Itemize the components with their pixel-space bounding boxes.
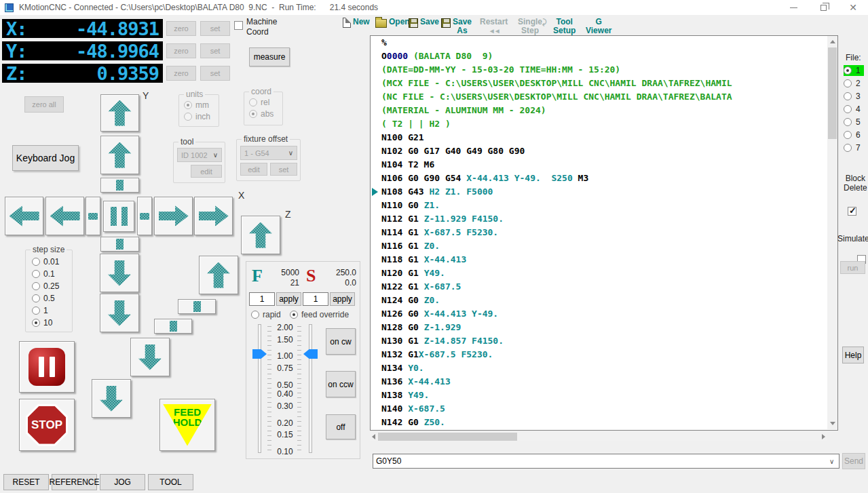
jog-x-plus-step-button[interactable] [137, 197, 152, 235]
jog-x-minus-fast-button[interactable] [5, 197, 43, 235]
reset-button[interactable]: RESET [3, 474, 49, 490]
keyboard-jog-button[interactable]: Keyboard Jog [12, 145, 79, 171]
jog-y-minus-button[interactable] [100, 254, 139, 292]
set-z-button[interactable]: set [200, 66, 230, 81]
feed-override-input[interactable] [249, 292, 275, 306]
gcode-line[interactable]: N110 G0 Z1. [371, 199, 837, 212]
help-button[interactable]: Help [842, 347, 864, 363]
units-mm-radio[interactable] [184, 101, 192, 109]
speed-override-input[interactable] [303, 292, 328, 306]
save-button[interactable]: Save [409, 18, 439, 28]
set-y-button[interactable]: set [200, 43, 230, 58]
tool-setup-button[interactable]: Tool Setup [553, 18, 575, 35]
jog-x-plus-fast-button[interactable] [194, 197, 233, 235]
minimize-button[interactable] [778, 0, 808, 15]
gcode-line[interactable]: N140 X-687.5 [371, 402, 837, 416]
g-viewer-button[interactable]: G Viewer [586, 18, 611, 35]
single-step-button[interactable]: Single Step ⤸ [518, 18, 547, 35]
reference-button[interactable]: REFERENCE [52, 474, 97, 490]
file-radio-2[interactable] [844, 79, 852, 87]
gcode-line[interactable]: N138 Y49. [371, 389, 837, 402]
gcode-line[interactable]: N136 X-44.413 [371, 375, 837, 389]
gcode-vscrollbar[interactable] [827, 36, 837, 429]
jog-z-minus-button[interactable] [130, 338, 170, 376]
gcode-line[interactable]: (MATERIAL - ALUMINUM MM - 2024) [371, 104, 837, 117]
jog-y-minus-step-button[interactable] [100, 237, 139, 252]
gcode-line[interactable]: N106 G0 G90 G54 X-44.413 Y-49. S250 M3 [371, 172, 837, 185]
gcode-hscroll-thumb[interactable] [378, 433, 517, 441]
spindle-on-ccw-button[interactable]: on ccw [326, 371, 356, 397]
step-size-radio-0.01[interactable] [32, 258, 40, 266]
step-size-radio-0.25[interactable] [32, 282, 40, 290]
jog-y-minus-fast-button[interactable] [100, 294, 139, 332]
mdi-command-input[interactable] [373, 454, 839, 469]
speed-slider-thumb[interactable] [303, 349, 318, 359]
gcode-hscrollbar[interactable] [370, 432, 827, 441]
units-inch-radio[interactable] [184, 113, 192, 121]
jog-button[interactable]: JOG [100, 474, 145, 490]
gcode-line[interactable]: N142 G0 Z50. [371, 416, 837, 429]
scroll-up-icon[interactable] [830, 40, 835, 43]
scroll-right-icon[interactable] [822, 434, 825, 439]
gcode-line[interactable]: N124 G0 Z0. [371, 294, 837, 307]
file-radio-row-5[interactable]: 5 [844, 117, 864, 127]
run-button[interactable]: run [840, 261, 865, 274]
gcode-editor[interactable]: %O0000 (BALATA D80 9)(DATE=DD-MM-YY - 15… [370, 35, 838, 431]
jog-y-plus-step-button[interactable] [100, 178, 139, 193]
gcode-line[interactable]: N114 G1 X-687.5 F5230. [371, 226, 837, 239]
coord-rel-radio[interactable] [249, 98, 257, 106]
tool-select[interactable]: ID 1002∨ [177, 148, 222, 162]
file-radio-row-2[interactable]: 2 [844, 78, 864, 89]
step-size-radio-10[interactable] [32, 319, 40, 327]
gcode-line[interactable]: (DATE=DD-MM-YY - 15-03-20 TIME=HH:MM - 1… [371, 63, 837, 77]
feed-override-radio[interactable] [290, 311, 298, 319]
file-radio-3[interactable] [844, 92, 852, 100]
gcode-line[interactable]: N122 G1 X-687.5 [371, 280, 837, 294]
file-radio-row-4[interactable]: 4 [844, 104, 864, 115]
gcode-line[interactable]: N118 G1 X-44.413 [371, 253, 837, 267]
machine-coord-checkbox[interactable] [234, 21, 243, 30]
file-radio-7[interactable] [844, 144, 852, 152]
zero-y-button[interactable]: zero [166, 43, 196, 58]
restore-button[interactable] [808, 0, 838, 15]
spindle-on-cw-button[interactable]: on cw [326, 328, 356, 355]
gcode-line[interactable]: N100 G21 [371, 131, 837, 144]
jog-z-minus-fast-button[interactable] [92, 379, 131, 418]
gcode-line[interactable]: O0000 (BALATA D80 9) [371, 50, 837, 63]
gcode-vscroll-thumb[interactable] [828, 47, 837, 139]
jog-stop-button[interactable] [103, 201, 134, 232]
pause-button[interactable] [19, 341, 75, 393]
zero-all-button[interactable]: zero all [24, 96, 64, 113]
jog-z-plus-button[interactable] [199, 256, 238, 294]
stop-button[interactable]: STOP [19, 399, 75, 451]
gcode-line[interactable]: N132 G1X-687.5 F5230. [371, 348, 837, 361]
speed-apply-button[interactable]: apply [330, 292, 355, 306]
new-button[interactable]: New [343, 18, 370, 28]
file-radio-row-3[interactable]: 3 [844, 91, 864, 102]
gcode-line[interactable]: N120 G1 Y49. [371, 267, 837, 280]
scroll-left-icon[interactable] [372, 434, 375, 439]
gcode-line[interactable]: N128 G0 Z-1.929 [371, 321, 837, 334]
jog-y-plus-button[interactable] [100, 136, 139, 174]
speed-slider-track[interactable] [309, 324, 312, 453]
restart-button[interactable]: Restart ◄◄ [480, 18, 508, 35]
set-x-button[interactable]: set [200, 21, 230, 36]
fixture-set-button[interactable]: set [270, 163, 297, 176]
chevron-down-icon[interactable]: ∨ [829, 458, 834, 465]
step-size-radio-0.1[interactable] [32, 270, 40, 278]
gcode-line[interactable]: (NC FILE - C:\USERS\USER\DESKTOP\MILL CN… [371, 90, 837, 104]
step-size-radio-0.5[interactable] [32, 294, 40, 302]
gcode-line[interactable]: N104 T2 M6 [371, 158, 837, 172]
gcode-line[interactable]: N112 G1 Z-11.929 F4150. [371, 212, 837, 226]
file-radio-1[interactable] [844, 66, 852, 75]
step-size-radio-1[interactable] [32, 307, 40, 315]
block-delete-checkbox[interactable] [848, 207, 856, 216]
jog-z-minus-step-button[interactable] [154, 319, 192, 334]
gcode-line[interactable]: % [371, 36, 837, 50]
gcode-line[interactable]: N102 G0 G17 G40 G49 G80 G90 [371, 144, 837, 158]
feed-slider-track[interactable] [258, 324, 261, 453]
feed-hold-button[interactable]: FEEDHOLD [159, 399, 215, 451]
file-radio-row-7[interactable]: 7 [844, 142, 864, 153]
jog-x-minus-button[interactable] [45, 197, 84, 235]
jog-z-plus-fast-button[interactable] [241, 216, 280, 254]
